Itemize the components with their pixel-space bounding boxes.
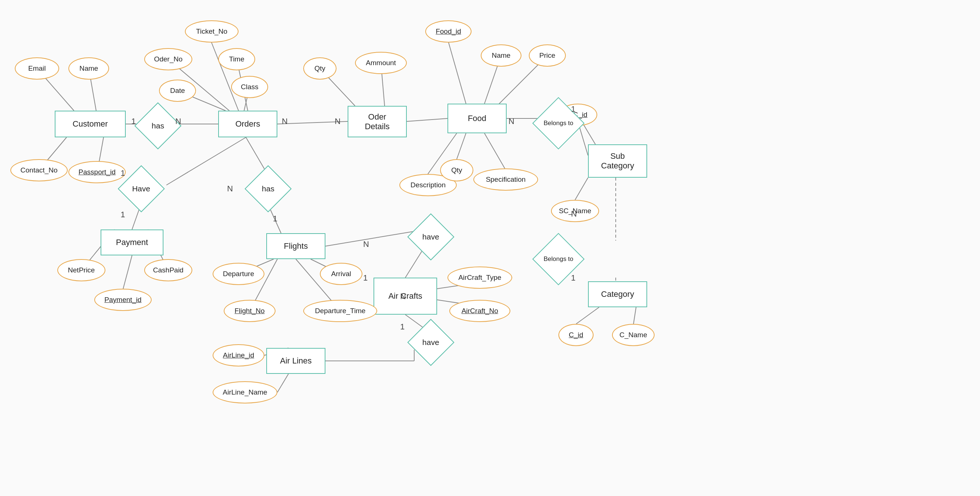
attr-qty-food: Qty	[440, 159, 473, 181]
label-n-orders-has2: N	[227, 184, 233, 194]
attr-email: Email	[15, 57, 59, 80]
label-1-have-aircrafts: 1	[363, 273, 368, 283]
svg-line-33	[123, 255, 132, 289]
svg-line-27	[576, 307, 599, 324]
label-1-have-payment: 1	[121, 210, 125, 220]
label-n-orders-oder-details: N	[282, 116, 288, 126]
entity-oder-details-label: OderDetails	[364, 112, 390, 131]
entity-food-label: Food	[468, 114, 486, 123]
svg-line-29	[166, 137, 246, 185]
entity-orders-label: Orders	[235, 119, 260, 129]
attr-passport-id: Passport_id	[68, 161, 126, 183]
entity-customer: Customer	[55, 111, 126, 137]
rel-have-aircrafts-airlines: have	[407, 319, 454, 366]
entity-category-label: Category	[601, 289, 634, 299]
attr-time: Time	[218, 48, 255, 70]
svg-line-48	[277, 374, 288, 392]
attr-ticket-no: Ticket_No	[185, 20, 239, 43]
er-diagram: Customer Orders OderDetails Food Payment…	[0, 0, 980, 496]
svg-line-15	[449, 43, 466, 104]
attr-airline-name: AirLine_Name	[213, 381, 277, 403]
attr-aircraft-no: AirCraft_No	[449, 300, 510, 322]
entity-air-lines: Air Lines	[266, 348, 325, 374]
attr-price: Price	[529, 45, 566, 67]
svg-line-20	[457, 133, 466, 159]
attr-oder-no: Oder_No	[144, 48, 192, 70]
attr-class: Class	[231, 76, 268, 98]
attr-specification: Specification	[473, 168, 538, 191]
attr-aircraft-type: AirCraft_Type	[447, 266, 512, 289]
rel-have-flights-aircrafts: have	[407, 213, 454, 260]
entity-payment: Payment	[100, 230, 164, 255]
attr-date: Date	[159, 80, 196, 102]
label-1-have-orders: 1	[121, 168, 125, 178]
attr-name-cust: Name	[68, 57, 109, 80]
entity-sub-category: SubCategory	[588, 144, 647, 178]
attr-departure: Departure	[213, 263, 264, 285]
label-1-customer-has: 1	[131, 116, 136, 126]
label-n-oder-details: N	[335, 116, 340, 126]
entity-flights-label: Flights	[284, 241, 308, 251]
entity-sub-category-label: SubCategory	[601, 152, 634, 171]
label-1-belongs-to1: 1	[571, 104, 576, 114]
attr-name-food: Name	[481, 45, 522, 67]
label-1-has2-flights: 1	[273, 214, 277, 223]
label-n-has-orders: N	[175, 116, 181, 126]
svg-line-14	[407, 118, 447, 121]
attr-c-name: C_Name	[612, 324, 655, 346]
entity-food: Food	[447, 104, 507, 133]
svg-line-28	[633, 307, 636, 324]
attr-food-id: Food_id	[425, 20, 471, 43]
rel-has-orders-flights: has	[245, 165, 291, 212]
label-n-food: N	[509, 116, 514, 126]
attr-departure-time: Departure_Time	[303, 300, 377, 322]
attr-ammount: Ammount	[355, 52, 407, 74]
entity-oder-details: OderDetails	[348, 106, 407, 137]
attr-airline-id: AirLine_id	[213, 344, 264, 367]
svg-line-34	[246, 137, 266, 172]
entity-air-lines-label: Air Lines	[280, 356, 312, 366]
entity-payment-label: Payment	[116, 238, 148, 247]
attr-c-id: C_id	[558, 324, 593, 346]
attr-contact-no: Contact_No	[10, 159, 68, 181]
attr-flight-no: Flight_No	[224, 300, 275, 322]
attr-qty-order: Qty	[303, 57, 337, 80]
svg-line-19	[484, 133, 505, 168]
svg-line-40	[325, 231, 414, 246]
label-n-subcategory-belongs2: N	[571, 209, 577, 219]
attr-cashpaid: CashPaid	[144, 259, 192, 281]
attr-arrival: Arrival	[320, 263, 363, 285]
label-n-aircrafts-have2: N	[400, 292, 406, 301]
entity-category: Category	[588, 281, 647, 307]
attr-netprice: NetPrice	[57, 259, 105, 281]
entity-flights: Flights	[266, 233, 325, 259]
label-1-have2-airlines: 1	[400, 322, 404, 332]
rel-has-customer-orders: has	[134, 102, 181, 149]
attr-payment-id: Payment_id	[94, 289, 152, 311]
entity-orders: Orders	[218, 111, 277, 137]
label-n-flights-have: N	[363, 239, 369, 249]
rel-belongs-to-subcategory-category: Belongs to	[532, 233, 584, 285]
entity-customer-label: Customer	[73, 119, 108, 129]
svg-line-24	[575, 178, 588, 200]
label-1-belongs-to2: 1	[571, 273, 576, 283]
